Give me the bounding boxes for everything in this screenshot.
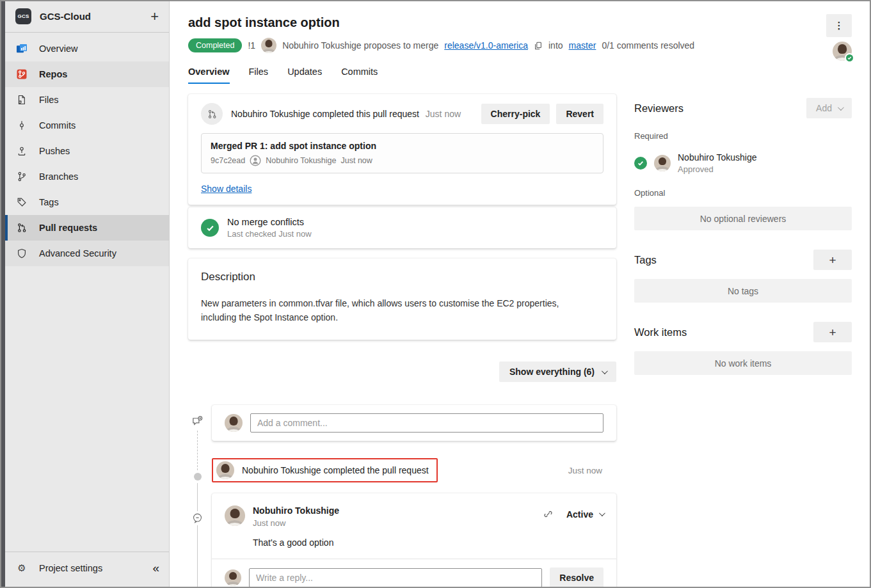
target-branch-link[interactable]: master [569,40,596,51]
sidebar-item-advanced-security[interactable]: Advanced Security [5,241,169,266]
sidebar-item-tags[interactable]: Tags [5,189,169,215]
timeline-dot [194,473,202,481]
sidebar-item-pushes[interactable]: Pushes [5,138,169,164]
sidebar-item-commits[interactable]: Commits [5,113,169,138]
project-name: GCS-Cloud [40,11,142,22]
sidebar-item-files[interactable]: Files [5,87,169,113]
event-text: Nobuhiro Tokushige completed the pull re… [242,465,429,475]
sidebar-item-label: Branches [39,171,78,182]
repos-icon [15,68,29,81]
sidebar-item-label: Pull requests [39,223,97,233]
sidebar-item-label: Files [39,95,59,105]
tab-commits[interactable]: Commits [341,67,378,84]
files-icon [15,94,29,106]
add-reviewer-dropdown[interactable]: Add [806,98,852,118]
revert-button[interactable]: Revert [556,104,603,124]
reviewers-title: Reviewers [634,102,683,115]
sidebar-item-label: Tags [39,197,59,207]
current-user-avatar[interactable] [833,42,852,61]
tab-updates[interactable]: Updates [287,67,322,84]
tab-files[interactable]: Files [249,67,269,84]
sidebar-item-label: Commits [39,120,76,131]
add-tag-button[interactable]: + [813,250,852,270]
avatar [261,38,276,53]
required-label: Required [634,131,852,141]
page-title: add spot instance option [188,15,852,30]
pull-request-icon [201,103,223,125]
anonymous-avatar-icon [250,155,261,166]
avatar [216,461,234,479]
show-everything-label: Show everything (6) [509,367,595,377]
pushes-icon [15,145,29,157]
reviewer-status: Approved [678,164,757,174]
status-badge: Completed [188,38,242,52]
completion-headline: Nobuhiro Tokushige completed this pull r… [231,109,419,119]
chevron-down-icon [838,104,844,111]
no-work-items-box: No work items [634,351,852,375]
avatar [225,569,241,586]
pr-subheader: Completed !1 Nobuhiro Tokushige proposes… [188,38,852,53]
tag-icon [15,196,29,208]
red-annotation-box: Nobuhiro Tokushige completed the pull re… [212,458,438,482]
collapse-sidebar-icon[interactable]: « [152,561,159,575]
project-header: GCS GCS-Cloud + [5,1,169,30]
sidebar-item-branches[interactable]: Branches [5,164,169,189]
no-optional-reviewers-box: No optional reviewers [634,207,852,230]
sidebar-item-pull-requests[interactable]: Pull requests [5,215,169,241]
thread-status-dropdown[interactable]: Active [566,509,603,520]
comment-time: Just now [253,518,339,528]
reviewer-row[interactable]: Nobuhiro Tokushige Approved [634,152,852,174]
app-window: GCS GCS-Cloud + Overview [0,0,871,588]
comment-body: That's a good option [253,537,603,548]
add-project-icon[interactable]: + [150,10,159,24]
discussion-timeline [191,415,205,587]
main-area: add spot instance option Completed !1 No… [170,1,870,587]
work-items-title: Work items [634,326,687,338]
sidebar: GCS GCS-Cloud + Overview [5,1,170,587]
check-icon [201,219,219,237]
add-comment-icon [191,415,204,427]
add-work-item-button[interactable]: + [813,322,852,342]
merged-pr-box[interactable]: Merged PR 1: add spot instance option 9c… [201,133,603,173]
reply-input[interactable] [249,568,542,587]
chevron-down-icon [602,368,608,374]
merge-time: Just now [340,156,372,165]
avatar [225,505,245,526]
source-branch-link[interactable]: release/v1.0-america [444,40,528,51]
comment-thread-card: Nobuhiro Tokushige Just now [212,493,616,587]
tags-title: Tags [634,254,657,266]
pr-tabs: Overview Files Updates Commits [188,67,852,84]
cherry-pick-button[interactable]: Cherry-pick [481,104,550,124]
pull-request-icon [15,222,29,234]
copy-comment-link-icon[interactable] [543,509,554,520]
no-tags-box: No tags [634,279,852,303]
avatar [225,414,243,432]
description-body: New parameters in common.tfvar file, whi… [201,297,590,324]
pr-side-panel: Reviewers Add Required Nobuhiro Tokushig… [634,94,852,587]
completion-time: Just now [426,109,461,119]
project-settings[interactable]: ⚙ Project settings « [5,555,169,582]
optional-label: Optional [634,188,852,198]
show-details-link[interactable]: Show details [201,184,252,194]
more-options-button[interactable]: ⋮ [826,14,852,37]
merged-pr-title: Merged PR 1: add spot instance option [211,141,594,151]
comment-thread-icon [192,513,203,523]
thread-status-label: Active [566,509,593,520]
add-comment-input[interactable] [250,413,603,433]
approved-check-icon [634,157,647,170]
shield-icon [15,248,29,259]
sidebar-item-overview[interactable]: Overview [5,36,169,61]
copy-branch-icon[interactable] [534,41,543,51]
tab-overview[interactable]: Overview [188,67,230,84]
completion-card: Nobuhiro Tokushige completed this pull r… [188,94,616,205]
sidebar-item-repos[interactable]: Repos [5,61,169,87]
resolve-button[interactable]: Resolve [550,568,603,587]
merge-sentence: Nobuhiro Tokushige proposes to merge [282,40,438,51]
overview-icon [15,42,29,55]
sidebar-item-label: Pushes [39,146,70,156]
merge-author: Nobuhiro Tokushige [266,156,336,165]
commit-id: 9c7c2ead [211,156,245,165]
new-comment-card [212,405,616,441]
description-card: Description New parameters in common.tfv… [188,258,616,340]
show-everything-dropdown[interactable]: Show everything (6) [499,362,616,382]
